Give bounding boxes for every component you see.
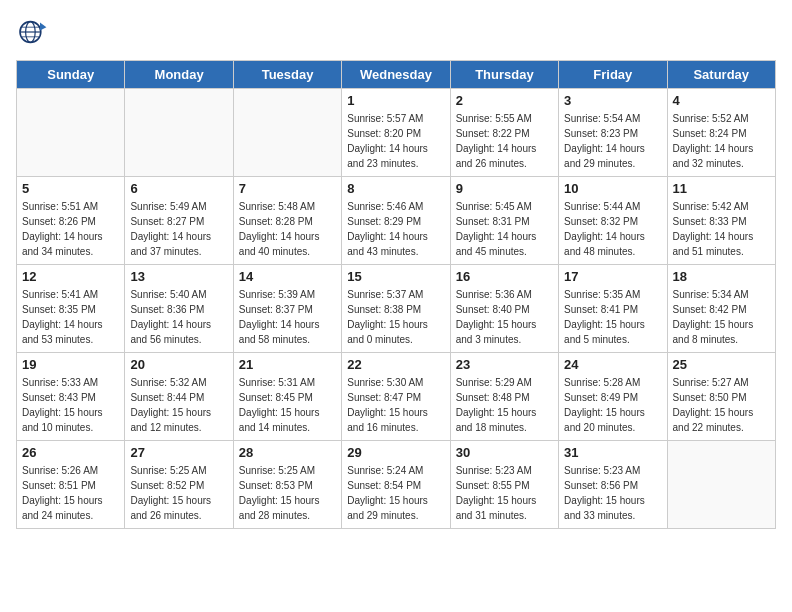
day-header-sunday: Sunday [17, 61, 125, 89]
calendar-cell: 9Sunrise: 5:45 AM Sunset: 8:31 PM Daylig… [450, 177, 558, 265]
calendar-cell: 26Sunrise: 5:26 AM Sunset: 8:51 PM Dayli… [17, 441, 125, 529]
calendar-cell: 3Sunrise: 5:54 AM Sunset: 8:23 PM Daylig… [559, 89, 667, 177]
day-number: 17 [564, 269, 661, 284]
day-number: 11 [673, 181, 770, 196]
cell-info: Sunrise: 5:27 AM Sunset: 8:50 PM Dayligh… [673, 375, 770, 435]
day-number: 28 [239, 445, 336, 460]
calendar-header-row: SundayMondayTuesdayWednesdayThursdayFrid… [17, 61, 776, 89]
page-header [16, 16, 776, 48]
day-number: 21 [239, 357, 336, 372]
day-number: 25 [673, 357, 770, 372]
calendar-cell: 13Sunrise: 5:40 AM Sunset: 8:36 PM Dayli… [125, 265, 233, 353]
cell-info: Sunrise: 5:29 AM Sunset: 8:48 PM Dayligh… [456, 375, 553, 435]
day-number: 14 [239, 269, 336, 284]
day-number: 4 [673, 93, 770, 108]
cell-info: Sunrise: 5:55 AM Sunset: 8:22 PM Dayligh… [456, 111, 553, 171]
day-number: 2 [456, 93, 553, 108]
cell-info: Sunrise: 5:52 AM Sunset: 8:24 PM Dayligh… [673, 111, 770, 171]
day-number: 18 [673, 269, 770, 284]
calendar-cell: 1Sunrise: 5:57 AM Sunset: 8:20 PM Daylig… [342, 89, 450, 177]
calendar-week-row: 19Sunrise: 5:33 AM Sunset: 8:43 PM Dayli… [17, 353, 776, 441]
cell-info: Sunrise: 5:42 AM Sunset: 8:33 PM Dayligh… [673, 199, 770, 259]
calendar-cell: 8Sunrise: 5:46 AM Sunset: 8:29 PM Daylig… [342, 177, 450, 265]
calendar-cell [125, 89, 233, 177]
day-number: 6 [130, 181, 227, 196]
calendar-week-row: 5Sunrise: 5:51 AM Sunset: 8:26 PM Daylig… [17, 177, 776, 265]
day-number: 12 [22, 269, 119, 284]
day-number: 5 [22, 181, 119, 196]
day-number: 24 [564, 357, 661, 372]
day-number: 31 [564, 445, 661, 460]
calendar-cell: 22Sunrise: 5:30 AM Sunset: 8:47 PM Dayli… [342, 353, 450, 441]
calendar-cell: 18Sunrise: 5:34 AM Sunset: 8:42 PM Dayli… [667, 265, 775, 353]
day-header-thursday: Thursday [450, 61, 558, 89]
calendar-cell: 29Sunrise: 5:24 AM Sunset: 8:54 PM Dayli… [342, 441, 450, 529]
calendar-cell: 7Sunrise: 5:48 AM Sunset: 8:28 PM Daylig… [233, 177, 341, 265]
calendar-cell: 21Sunrise: 5:31 AM Sunset: 8:45 PM Dayli… [233, 353, 341, 441]
day-number: 7 [239, 181, 336, 196]
cell-info: Sunrise: 5:32 AM Sunset: 8:44 PM Dayligh… [130, 375, 227, 435]
calendar-cell: 20Sunrise: 5:32 AM Sunset: 8:44 PM Dayli… [125, 353, 233, 441]
calendar-cell: 14Sunrise: 5:39 AM Sunset: 8:37 PM Dayli… [233, 265, 341, 353]
calendar-cell: 10Sunrise: 5:44 AM Sunset: 8:32 PM Dayli… [559, 177, 667, 265]
calendar-cell [233, 89, 341, 177]
day-header-wednesday: Wednesday [342, 61, 450, 89]
calendar-cell: 11Sunrise: 5:42 AM Sunset: 8:33 PM Dayli… [667, 177, 775, 265]
cell-info: Sunrise: 5:36 AM Sunset: 8:40 PM Dayligh… [456, 287, 553, 347]
cell-info: Sunrise: 5:49 AM Sunset: 8:27 PM Dayligh… [130, 199, 227, 259]
calendar-cell: 2Sunrise: 5:55 AM Sunset: 8:22 PM Daylig… [450, 89, 558, 177]
day-header-monday: Monday [125, 61, 233, 89]
cell-info: Sunrise: 5:25 AM Sunset: 8:53 PM Dayligh… [239, 463, 336, 523]
day-header-tuesday: Tuesday [233, 61, 341, 89]
day-number: 20 [130, 357, 227, 372]
calendar-table: SundayMondayTuesdayWednesdayThursdayFrid… [16, 60, 776, 529]
calendar-cell: 30Sunrise: 5:23 AM Sunset: 8:55 PM Dayli… [450, 441, 558, 529]
cell-info: Sunrise: 5:26 AM Sunset: 8:51 PM Dayligh… [22, 463, 119, 523]
cell-info: Sunrise: 5:28 AM Sunset: 8:49 PM Dayligh… [564, 375, 661, 435]
calendar-cell [667, 441, 775, 529]
cell-info: Sunrise: 5:30 AM Sunset: 8:47 PM Dayligh… [347, 375, 444, 435]
cell-info: Sunrise: 5:46 AM Sunset: 8:29 PM Dayligh… [347, 199, 444, 259]
calendar-cell: 16Sunrise: 5:36 AM Sunset: 8:40 PM Dayli… [450, 265, 558, 353]
cell-info: Sunrise: 5:48 AM Sunset: 8:28 PM Dayligh… [239, 199, 336, 259]
cell-info: Sunrise: 5:34 AM Sunset: 8:42 PM Dayligh… [673, 287, 770, 347]
calendar-cell: 4Sunrise: 5:52 AM Sunset: 8:24 PM Daylig… [667, 89, 775, 177]
calendar-cell [17, 89, 125, 177]
calendar-week-row: 26Sunrise: 5:26 AM Sunset: 8:51 PM Dayli… [17, 441, 776, 529]
day-number: 27 [130, 445, 227, 460]
calendar-cell: 31Sunrise: 5:23 AM Sunset: 8:56 PM Dayli… [559, 441, 667, 529]
day-number: 29 [347, 445, 444, 460]
day-header-saturday: Saturday [667, 61, 775, 89]
day-number: 15 [347, 269, 444, 284]
calendar-cell: 12Sunrise: 5:41 AM Sunset: 8:35 PM Dayli… [17, 265, 125, 353]
calendar-cell: 6Sunrise: 5:49 AM Sunset: 8:27 PM Daylig… [125, 177, 233, 265]
calendar-cell: 24Sunrise: 5:28 AM Sunset: 8:49 PM Dayli… [559, 353, 667, 441]
day-number: 30 [456, 445, 553, 460]
cell-info: Sunrise: 5:35 AM Sunset: 8:41 PM Dayligh… [564, 287, 661, 347]
cell-info: Sunrise: 5:39 AM Sunset: 8:37 PM Dayligh… [239, 287, 336, 347]
cell-info: Sunrise: 5:24 AM Sunset: 8:54 PM Dayligh… [347, 463, 444, 523]
cell-info: Sunrise: 5:44 AM Sunset: 8:32 PM Dayligh… [564, 199, 661, 259]
calendar-week-row: 1Sunrise: 5:57 AM Sunset: 8:20 PM Daylig… [17, 89, 776, 177]
day-number: 13 [130, 269, 227, 284]
logo-icon [16, 16, 48, 48]
day-number: 19 [22, 357, 119, 372]
calendar-cell: 25Sunrise: 5:27 AM Sunset: 8:50 PM Dayli… [667, 353, 775, 441]
cell-info: Sunrise: 5:23 AM Sunset: 8:56 PM Dayligh… [564, 463, 661, 523]
calendar-week-row: 12Sunrise: 5:41 AM Sunset: 8:35 PM Dayli… [17, 265, 776, 353]
calendar-cell: 5Sunrise: 5:51 AM Sunset: 8:26 PM Daylig… [17, 177, 125, 265]
cell-info: Sunrise: 5:51 AM Sunset: 8:26 PM Dayligh… [22, 199, 119, 259]
calendar-cell: 23Sunrise: 5:29 AM Sunset: 8:48 PM Dayli… [450, 353, 558, 441]
cell-info: Sunrise: 5:57 AM Sunset: 8:20 PM Dayligh… [347, 111, 444, 171]
cell-info: Sunrise: 5:45 AM Sunset: 8:31 PM Dayligh… [456, 199, 553, 259]
calendar-cell: 27Sunrise: 5:25 AM Sunset: 8:52 PM Dayli… [125, 441, 233, 529]
calendar-cell: 17Sunrise: 5:35 AM Sunset: 8:41 PM Dayli… [559, 265, 667, 353]
cell-info: Sunrise: 5:33 AM Sunset: 8:43 PM Dayligh… [22, 375, 119, 435]
calendar-cell: 28Sunrise: 5:25 AM Sunset: 8:53 PM Dayli… [233, 441, 341, 529]
cell-info: Sunrise: 5:41 AM Sunset: 8:35 PM Dayligh… [22, 287, 119, 347]
cell-info: Sunrise: 5:25 AM Sunset: 8:52 PM Dayligh… [130, 463, 227, 523]
day-number: 26 [22, 445, 119, 460]
day-number: 22 [347, 357, 444, 372]
day-number: 8 [347, 181, 444, 196]
cell-info: Sunrise: 5:54 AM Sunset: 8:23 PM Dayligh… [564, 111, 661, 171]
